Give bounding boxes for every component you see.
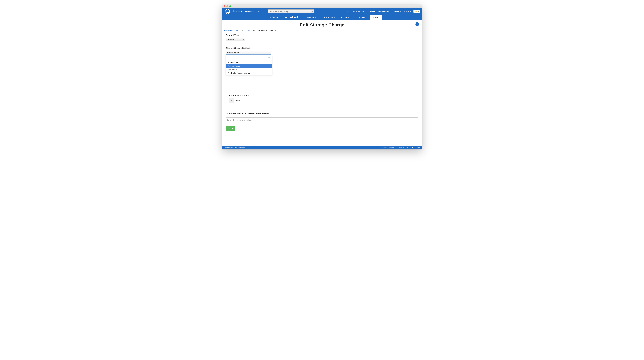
product-type-value: General bbox=[227, 38, 234, 40]
breadcrumb: Customer Charges >> Default >> Edit Stor… bbox=[222, 28, 422, 33]
nav-contacts[interactable]: Contacts ▾ bbox=[354, 14, 370, 20]
footer-brand2: CartonCloud bbox=[411, 147, 420, 148]
search-dropdown-button[interactable]: ▾ bbox=[311, 9, 314, 13]
page: Edit Storage Charge ? Customer Charges >… bbox=[222, 20, 422, 149]
rate-input-group: $ bbox=[229, 98, 415, 103]
nav-reports[interactable]: Reports ▾ bbox=[338, 14, 354, 20]
caret-down-icon: ▾ bbox=[350, 16, 350, 18]
main-nav: Dashboard + Quick Add ▾ Transport ▾ Ware… bbox=[222, 14, 422, 20]
storage-method-value: Per Location bbox=[227, 51, 240, 54]
nav-quick-add[interactable]: + Quick Add ▾ bbox=[282, 14, 302, 20]
nav-label: Dashboard bbox=[268, 16, 279, 18]
location-dropdown[interactable]: Coopers Plains W/H ▾ bbox=[393, 10, 411, 12]
caret-down-icon: ▾ bbox=[258, 10, 259, 12]
nav-transport[interactable]: Transport ▾ bbox=[302, 14, 319, 20]
storage-method-dropdown: 🔍 Per Location Volume Based Weight Based… bbox=[226, 55, 272, 75]
caret-down-icon: ▾ bbox=[410, 11, 411, 12]
save-button[interactable]: Save bbox=[226, 126, 235, 131]
global-search: ▾ bbox=[268, 9, 314, 13]
caret-down-icon: ▾ bbox=[378, 17, 379, 18]
topbar: Tony's Transport ▾ ▾ Rob Te-Hau Fergusso… bbox=[222, 8, 422, 20]
location-label: Coopers Plains W/H bbox=[393, 10, 410, 12]
search-icon: 🔍 bbox=[268, 57, 270, 59]
nav-warehouse[interactable]: Warehouse ▾ bbox=[319, 14, 338, 20]
caret-down-icon: ▾ bbox=[334, 16, 335, 18]
topbar-row: Tony's Transport ▾ ▾ Rob Te-Hau Fergusso… bbox=[222, 8, 422, 14]
notification-badge[interactable]: 🔔 0 bbox=[414, 10, 420, 13]
role-dropdown[interactable]: Administrator ▾ bbox=[378, 10, 390, 12]
mac-min-icon[interactable] bbox=[226, 5, 228, 7]
app-logo-icon bbox=[224, 8, 231, 15]
breadcrumb-link-customer-charges[interactable]: Customer Charges bbox=[224, 29, 241, 31]
footer-brand: CartonCloud bbox=[382, 147, 391, 148]
storage-method-label: Storage Charge Method bbox=[226, 47, 418, 49]
rate-panel: Per Locations Rate $ bbox=[226, 82, 418, 108]
nav-dashboard[interactable]: Dashboard bbox=[266, 14, 282, 20]
footer-right: CartonCloud v221 - Copyright 2012-2019 C… bbox=[382, 147, 420, 148]
logout-link[interactable]: Log Out bbox=[368, 10, 375, 12]
topbar-right: Rob Te-Hau Fergusson Log Out Administrat… bbox=[347, 10, 420, 13]
rate-label: Per Locations Rate bbox=[229, 94, 415, 96]
breadcrumb-link-default[interactable]: Default bbox=[246, 29, 252, 31]
product-type-select[interactable]: General ▼ bbox=[226, 37, 245, 41]
currency-addon: $ bbox=[229, 98, 234, 103]
storage-method-select[interactable]: Per Location ▲ bbox=[226, 50, 272, 55]
dropdown-option-per-location[interactable]: Per Location bbox=[226, 61, 272, 64]
plus-icon: + bbox=[286, 16, 287, 19]
dropdown-search-input[interactable] bbox=[227, 56, 271, 60]
nav-label: Reports bbox=[341, 16, 349, 18]
footer-load-time: (page loaded in 0.102 seconds) bbox=[224, 147, 245, 148]
nav-label: More bbox=[373, 16, 378, 19]
dropdown-search-wrap: 🔍 bbox=[226, 55, 272, 61]
footer-version: v221 - Copyright 2012-2019 bbox=[391, 147, 411, 148]
breadcrumb-sep: >> bbox=[252, 29, 256, 31]
svg-point-3 bbox=[226, 12, 228, 13]
user-name-link[interactable]: Rob Te-Hau Fergusson bbox=[347, 10, 366, 12]
dropdown-option-volume-based[interactable]: Volume Based bbox=[226, 64, 272, 68]
nav-label: Quick Add bbox=[288, 16, 298, 18]
question-icon: ? bbox=[416, 23, 418, 25]
nav-label: Transport bbox=[306, 16, 314, 18]
max-charges-label: Max Number of New Charges Per Location bbox=[226, 112, 418, 115]
brand-dropdown[interactable]: Tony's Transport ▾ bbox=[233, 9, 259, 13]
search-input[interactable] bbox=[268, 9, 311, 13]
form-content: Product Type General ▼ Storage Charge Me… bbox=[222, 34, 422, 134]
footer: (page loaded in 0.102 seconds) CartonClo… bbox=[222, 146, 422, 149]
dropdown-option-per-pallet[interactable]: Per Pallet (based on qty) bbox=[226, 71, 272, 75]
mac-titlebar bbox=[222, 5, 422, 8]
bell-icon: 🔔 bbox=[415, 10, 417, 12]
app-window: Tony's Transport ▾ ▾ Rob Te-Hau Fergusso… bbox=[222, 5, 422, 149]
mac-max-icon[interactable] bbox=[229, 5, 231, 7]
caret-down-icon: ▾ bbox=[390, 11, 390, 12]
nav-label: Warehouse bbox=[322, 16, 333, 18]
notification-count: 0 bbox=[418, 10, 418, 12]
dropdown-option-weight-based[interactable]: Weight Based bbox=[226, 68, 272, 71]
caret-down-icon: ▾ bbox=[315, 16, 316, 18]
caret-down-icon: ▾ bbox=[366, 16, 366, 18]
breadcrumb-sep: >> bbox=[242, 29, 245, 31]
mac-close-icon[interactable] bbox=[224, 5, 226, 7]
caret-down-icon: ▾ bbox=[298, 16, 299, 18]
brand-name: Tony's Transport bbox=[233, 9, 258, 13]
nav-more[interactable]: More ▾ bbox=[370, 15, 382, 20]
caret-up-icon: ▲ bbox=[268, 52, 270, 53]
max-charges-input[interactable] bbox=[226, 117, 418, 123]
help-button[interactable]: ? bbox=[415, 22, 419, 26]
nav-label: Contacts bbox=[356, 16, 365, 18]
rate-input[interactable] bbox=[234, 98, 415, 103]
caret-down-icon: ▼ bbox=[242, 39, 244, 40]
role-label: Administrator bbox=[378, 10, 389, 12]
page-title: Edit Storage Charge bbox=[222, 20, 422, 28]
product-type-label: Product Type bbox=[226, 34, 418, 36]
breadcrumb-current: Edit Storage Charge 2 bbox=[256, 29, 276, 31]
